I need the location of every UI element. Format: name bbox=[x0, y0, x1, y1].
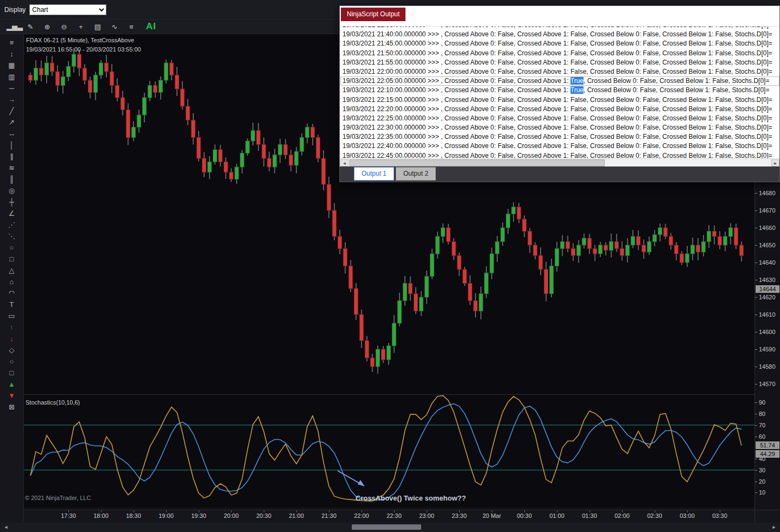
output-log-line[interactable]: 19/03/2021 21:40:00.000000 >>> , Crossed… bbox=[340, 30, 779, 39]
ray-icon[interactable]: → bbox=[5, 94, 19, 105]
log-value: False bbox=[570, 30, 586, 38]
chart-annotation-text[interactable]: CrossAbove() Twice somehow?? bbox=[356, 494, 466, 502]
output-log-line[interactable]: 19/03/2021 22:10:00.000000 >>> , Crossed… bbox=[340, 86, 779, 95]
zoom-in-icon[interactable]: ⊕ bbox=[40, 21, 54, 33]
fibonacci-retracement-icon[interactable]: ┼ bbox=[5, 196, 19, 208]
log-value: False bbox=[570, 40, 586, 47]
regression-channel-icon[interactable]: ≋ bbox=[5, 162, 19, 174]
output-log-line[interactable]: 19/03/2021 21:55:00.000000 >>> , Crossed… bbox=[340, 58, 779, 67]
stochastics-panel-canvas[interactable] bbox=[24, 395, 754, 508]
ruler-icon[interactable]: ▭ bbox=[5, 310, 19, 322]
grid-icon[interactable]: ▥ bbox=[5, 71, 19, 82]
candle bbox=[213, 150, 217, 162]
candle bbox=[620, 248, 624, 255]
diamond-marker-icon[interactable]: ◇ bbox=[5, 344, 19, 356]
time-axis-label: 21:30 bbox=[315, 512, 343, 519]
rectangle-icon[interactable]: □ bbox=[5, 253, 19, 265]
fibonacci-circle-icon[interactable]: ◎ bbox=[5, 185, 19, 196]
time-axis[interactable]: 17:3018:0018:3019:0019:3020:0020:3021:00… bbox=[0, 510, 780, 522]
data-series-icon[interactable]: ≡ bbox=[124, 21, 138, 33]
arc-icon[interactable]: ◠ bbox=[5, 287, 19, 299]
output-log-line[interactable]: 19/03/2021 22:15:00.000000 >>> , Crossed… bbox=[340, 95, 779, 105]
time-axis-label: 02:00 bbox=[608, 512, 636, 519]
regression-icon[interactable]: ∿ bbox=[107, 21, 122, 33]
output-log-line[interactable]: 19/03/2021 22:05:00.000000 >>> , Crossed… bbox=[340, 76, 779, 86]
candle bbox=[338, 236, 342, 248]
output-log-line[interactable]: 19/03/2021 22:30:00.000000 >>> , Crossed… bbox=[340, 123, 779, 132]
arrow-down-marker-icon[interactable]: ↓ bbox=[5, 333, 19, 344]
draw-icon[interactable]: ✎ bbox=[23, 21, 37, 33]
output-scroll-right-icon[interactable]: ► bbox=[771, 159, 779, 166]
vertical-line-icon[interactable]: │ bbox=[5, 139, 19, 151]
output-log-line[interactable]: 19/03/2021 22:25:00.000000 >>> , Crossed… bbox=[340, 114, 779, 123]
output-log-line[interactable]: 19/03/2021 22:45:00.000000 >>> , Crossed… bbox=[340, 151, 779, 158]
stoch-axis-label: 70 bbox=[759, 422, 765, 428]
output-log-line[interactable]: 19/03/2021 21:45:00.000000 >>> , Crossed… bbox=[340, 39, 779, 48]
output-log-line[interactable]: 19/03/2021 22:40:00.000000 >>> , Crossed… bbox=[340, 142, 779, 151]
scroll-left-icon[interactable]: ◄ bbox=[2, 524, 10, 530]
arrow-up-marker-icon[interactable]: ↑ bbox=[5, 322, 19, 333]
candle bbox=[105, 63, 109, 72]
output-tab-strip: Output 1Output 2 bbox=[340, 166, 779, 182]
scrollbar-thumb[interactable] bbox=[352, 524, 421, 530]
report-icon[interactable]: ▤ bbox=[91, 21, 105, 33]
gann-fan-icon[interactable]: ∠ bbox=[5, 208, 19, 219]
bar-spacing-icon[interactable]: ≡ bbox=[5, 37, 19, 48]
candle bbox=[691, 245, 695, 254]
output-horizontal-scrollbar[interactable]: ◄ ► bbox=[340, 158, 779, 166]
remove-drawing-icon[interactable]: ⊠ bbox=[5, 401, 19, 413]
parallel-channel-icon[interactable]: ∥ bbox=[5, 151, 19, 162]
time-axis-label: 18:00 bbox=[87, 512, 115, 519]
output-scroll-left-icon[interactable]: ◄ bbox=[340, 159, 348, 166]
crosshair-icon[interactable]: + bbox=[74, 21, 88, 33]
candle bbox=[517, 207, 521, 219]
zoom-out-icon[interactable]: ⊖ bbox=[57, 21, 71, 33]
output-tab-output-2[interactable]: Output 2 bbox=[396, 167, 436, 181]
candle bbox=[658, 228, 662, 235]
output-window-titlebar[interactable]: NinjaScript Output bbox=[340, 6, 779, 27]
display-mode-select[interactable]: Chart bbox=[29, 4, 106, 15]
candle bbox=[669, 236, 673, 245]
candle bbox=[382, 349, 385, 360]
candle bbox=[561, 242, 565, 249]
candle bbox=[257, 131, 261, 145]
chart-horizontal-scrollbar[interactable]: ◄ ► bbox=[0, 522, 780, 532]
ellipse-icon[interactable]: ○ bbox=[5, 242, 19, 253]
output-log-line[interactable]: 19/03/2021 21:50:00.000000 >>> , Crossed… bbox=[340, 49, 779, 58]
fibonacci-time-icon[interactable]: ⋱ bbox=[5, 230, 19, 242]
candle bbox=[202, 158, 206, 172]
scroll-right-icon[interactable]: ► bbox=[770, 524, 778, 530]
candle bbox=[322, 158, 326, 184]
price-axis-label: 14660 bbox=[759, 225, 776, 231]
output-log-area[interactable]: 19/03/2021 21:35:00.000000 >>> , Crossed… bbox=[340, 27, 779, 158]
output-log-line[interactable]: 19/03/2021 22:35:00.000000 >>> , Crossed… bbox=[340, 132, 779, 142]
annotation-arrow[interactable] bbox=[338, 471, 360, 484]
output-scrollbar-thumb[interactable] bbox=[350, 159, 605, 166]
risk-reward-icon[interactable]: ║ bbox=[5, 174, 19, 185]
line-icon[interactable]: ╱ bbox=[5, 105, 19, 117]
candle bbox=[88, 80, 92, 92]
output-log-line[interactable]: 19/03/2021 22:20:00.000000 >>> , Crossed… bbox=[340, 105, 779, 114]
candle bbox=[50, 63, 54, 72]
region-highlight-icon[interactable]: ▦ bbox=[5, 60, 19, 71]
chart-style-icon[interactable]: ▂▅▃ bbox=[7, 21, 21, 33]
dot-marker-icon[interactable]: ○ bbox=[5, 356, 19, 367]
fibonacci-extension-icon[interactable]: ⋰ bbox=[5, 219, 19, 230]
triangle-icon[interactable]: △ bbox=[5, 265, 19, 276]
auto-scale-icon[interactable]: ↕ bbox=[5, 48, 19, 60]
time-axis-label: 03:00 bbox=[673, 512, 701, 519]
log-value: False bbox=[570, 49, 586, 57]
output-tab-output-1[interactable]: Output 1 bbox=[354, 167, 394, 181]
square-marker-icon[interactable]: □ bbox=[5, 367, 19, 379]
ninjascript-output-window[interactable]: NinjaScript Output 19/03/2021 21:35:00.0… bbox=[339, 5, 780, 182]
extended-line-icon[interactable]: ↔ bbox=[5, 128, 19, 139]
triangle-up-marker-icon[interactable]: ▲ bbox=[5, 379, 19, 390]
arrow-line-icon[interactable]: ↗ bbox=[5, 117, 19, 128]
candle bbox=[289, 155, 293, 165]
output-log-line[interactable]: 19/03/2021 22:00:00.000000 >>> , Crossed… bbox=[340, 67, 779, 76]
text-icon[interactable]: T bbox=[5, 299, 19, 310]
triangle-down-marker-icon[interactable]: ▼ bbox=[5, 390, 19, 401]
candle bbox=[121, 98, 125, 110]
polygon-icon[interactable]: ⌂ bbox=[5, 276, 19, 287]
horizontal-line-icon[interactable]: ─ bbox=[5, 82, 19, 94]
